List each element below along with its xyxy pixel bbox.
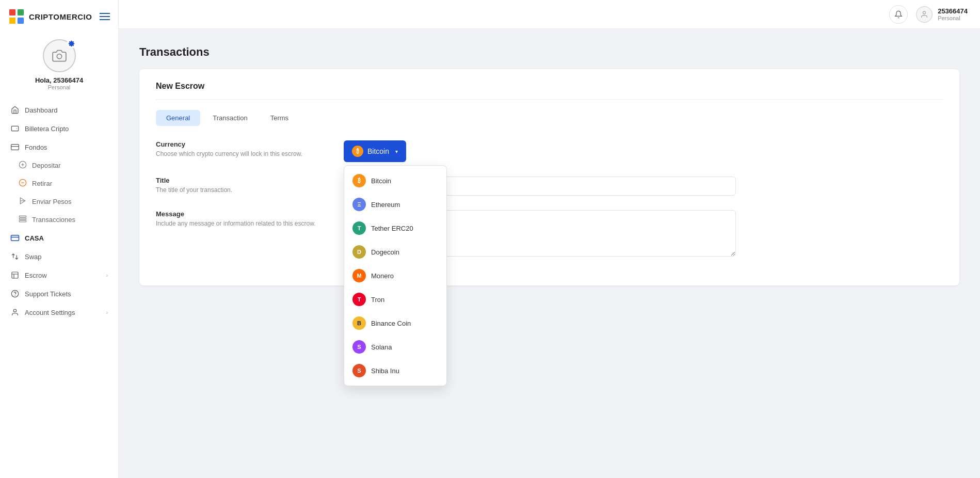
currency-option-usdt[interactable]: T Tether ERC20	[344, 216, 446, 240]
currency-label: Currency	[156, 140, 331, 148]
gear-icon	[68, 40, 75, 47]
page-title: Transactions	[139, 45, 959, 59]
sidebar-label-billetera: Billetera Cripto	[25, 125, 69, 133]
notifications-button[interactable]	[889, 5, 908, 24]
svg-point-21	[11, 290, 18, 297]
trx-option-icon: T	[352, 293, 366, 306]
doge-option-label: Dogecoin	[371, 248, 399, 256]
sidebar-item-enviar[interactable]: Enviar Pesos	[0, 193, 118, 211]
sidebar-label-depositar: Depositar	[32, 162, 61, 169]
sidebar-item-escrow[interactable]: Escrow ›	[0, 266, 118, 284]
new-escrow-card: New Escrow General Transaction Terms Cur…	[139, 69, 959, 285]
escrow-icon	[10, 270, 20, 280]
send-icon	[19, 197, 27, 206]
currency-hint: Choose which crypto currency will lock i…	[156, 150, 331, 158]
shib-option-label: Shiba Inu	[371, 367, 399, 375]
svg-rect-1	[18, 9, 24, 15]
camera-icon	[52, 49, 67, 63]
user-info[interactable]: 25366474 Personal	[916, 6, 968, 23]
currency-option-shib[interactable]: S Shiba Inu	[344, 359, 446, 383]
currency-option-trx[interactable]: T Tron	[344, 288, 446, 311]
app-logo-text: CRIPTOMERCIO	[29, 12, 92, 21]
sidebar-logo: CRIPTOMERCIO	[0, 0, 118, 31]
sidebar-item-depositar[interactable]: Depositar	[0, 156, 118, 174]
title-label: Title	[156, 177, 331, 184]
hamburger-button[interactable]	[100, 13, 110, 20]
sidebar-item-billetera[interactable]: Billetera Cripto	[0, 119, 118, 138]
btc-icon: ₿	[352, 146, 363, 157]
bnb-option-label: Binance Coin	[371, 320, 411, 327]
profile-role: Personal	[48, 84, 70, 90]
user-avatar-sm	[916, 6, 933, 23]
chevron-down-icon: ▾	[395, 149, 398, 154]
sidebar: CRIPTOMERCIO Hola, 25366474 Personal	[0, 0, 119, 478]
account-icon	[10, 308, 20, 317]
sidebar-item-retirar[interactable]: Retirar	[0, 174, 118, 193]
svg-rect-18	[11, 235, 19, 241]
tab-general[interactable]: General	[156, 110, 200, 126]
currency-option-xmr[interactable]: M Monero	[344, 264, 446, 288]
sidebar-label-transacciones: Transacciones	[32, 216, 75, 224]
message-row: Message Include any message or informati…	[156, 210, 943, 259]
currency-selector-button[interactable]: ₿ Bitcoin ▾	[344, 140, 406, 162]
account-chevron: ›	[106, 310, 108, 315]
currency-option-sol[interactable]: S Solana	[344, 335, 446, 359]
sidebar-item-swap[interactable]: Swap	[0, 247, 118, 266]
xmr-option-icon: M	[352, 269, 366, 282]
svg-rect-6	[11, 145, 19, 150]
credit-card-icon	[10, 142, 20, 152]
tabs: General Transaction Terms	[156, 110, 943, 126]
card-title: New Escrow	[156, 82, 943, 100]
currency-label-group: Currency Choose which crypto currency wi…	[156, 140, 331, 158]
user-details: 25366474 Personal	[938, 7, 968, 21]
avatar-wrapper	[43, 39, 76, 72]
message-label-group: Message Include any message or informati…	[156, 210, 331, 228]
user-avatar-icon	[920, 10, 928, 19]
title-row: Title The title of your transaction.	[156, 177, 943, 196]
svg-rect-15	[19, 216, 26, 217]
sidebar-label-swap: Swap	[25, 253, 42, 261]
xmr-option-label: Monero	[371, 272, 394, 280]
tab-terms[interactable]: Terms	[260, 110, 299, 126]
title-hint: The title of your transaction.	[156, 186, 331, 195]
logo-icon	[8, 8, 25, 25]
currency-option-doge[interactable]: D Dogecoin	[344, 240, 446, 264]
trx-option-label: Tron	[371, 296, 384, 304]
svg-rect-3	[18, 18, 24, 24]
doge-option-icon: D	[352, 245, 366, 259]
sidebar-label-fondos: Fondos	[25, 144, 47, 151]
topnav: 25366474 Personal	[119, 0, 980, 29]
btc-option-icon: ₿	[352, 174, 366, 187]
plus-circle-icon	[19, 161, 27, 170]
sidebar-label-enviar: Enviar Pesos	[32, 198, 72, 205]
currency-option-eth[interactable]: Ξ Ethereum	[344, 193, 446, 216]
sidebar-nav: Dashboard Billetera Cripto Fondos	[0, 97, 118, 478]
sidebar-item-transacciones[interactable]: Transacciones	[0, 211, 118, 229]
svg-rect-0	[9, 9, 15, 15]
gear-badge	[67, 38, 77, 49]
sidebar-item-support[interactable]: Support Tickets	[0, 284, 118, 303]
svg-point-24	[923, 11, 925, 14]
currency-option-bnb[interactable]: B Binance Coin	[344, 311, 446, 335]
support-icon	[10, 289, 20, 298]
sidebar-item-casa[interactable]: CASA	[0, 229, 118, 247]
svg-point-4	[57, 54, 61, 59]
usdt-option-label: Tether ERC20	[371, 225, 413, 232]
sidebar-label-casa: CASA	[25, 234, 44, 242]
sidebar-item-fondos[interactable]: Fondos	[0, 138, 118, 156]
sidebar-label-account: Account Settings	[25, 309, 75, 316]
casa-icon	[10, 233, 20, 243]
sidebar-item-dashboard[interactable]: Dashboard	[0, 101, 118, 119]
sidebar-label-escrow: Escrow	[25, 272, 47, 279]
title-label-group: Title The title of your transaction.	[156, 177, 331, 195]
bnb-option-icon: B	[352, 316, 366, 330]
eth-option-icon: Ξ	[352, 198, 366, 211]
currency-option-btc[interactable]: ₿ Bitcoin	[344, 169, 446, 193]
eth-option-label: Ethereum	[371, 201, 400, 209]
bell-icon	[894, 10, 903, 19]
selected-currency-label: Bitcoin	[367, 147, 389, 155]
list-icon	[19, 215, 27, 225]
sidebar-item-account[interactable]: Account Settings ›	[0, 303, 118, 322]
tab-transaction[interactable]: Transaction	[202, 110, 258, 126]
svg-rect-17	[19, 220, 26, 222]
